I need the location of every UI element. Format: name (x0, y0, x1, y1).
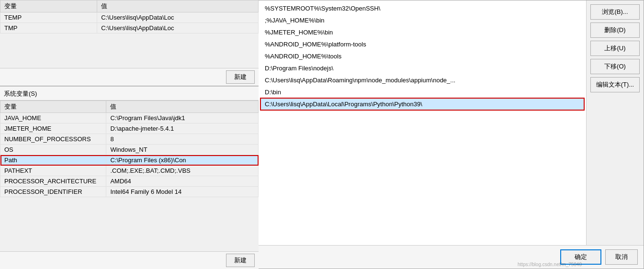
user-val-cell: C:\Users\lisq\AppData\Loc (97, 23, 259, 34)
path-list-item[interactable]: ;%JAVA_HOME%\bin (260, 14, 584, 26)
sys-val-cell: Windows_NT (106, 145, 259, 155)
sys-var-row[interactable]: PathC:\Program Files (x86)\Con (0, 155, 259, 166)
sys-val-cell: C:\Program Files (x86)\Con (106, 155, 259, 166)
path-list-item[interactable]: %ANDROID_HOME%\platform-tools (260, 38, 584, 50)
sys-var-row[interactable]: PROCESSOR_IDENTIFIERIntel64 Family 6 Mod… (0, 187, 259, 197)
sys-var-row[interactable]: PROCESSOR_ARCHITECTUREAMD64 (0, 176, 259, 187)
watermark: https://blog.csdn.net/m_75040 (518, 262, 582, 267)
sys-val-cell: C:\Program Files\Java\jdk1 (106, 113, 259, 123)
user-val-cell: C:\Users\lisq\AppData\Loc (97, 12, 259, 23)
sys-val-cell: .COM;.EXE;.BAT;.CMD;.VBS (106, 166, 259, 176)
sys-var-row[interactable]: JAVA_HOMEC:\Program Files\Java\jdk1 (0, 113, 259, 123)
path-list-item[interactable]: C:\Users\lisq\AppData\Local\Programs\Pyt… (260, 98, 584, 110)
edit-text-button[interactable]: 编辑文本(T)... (590, 77, 640, 92)
sys-var-cell: JMETER_HOME (0, 123, 106, 134)
sys-val-cell: Intel64 Family 6 Model 14 (106, 187, 259, 197)
sys-var-col-header: 变量 (0, 101, 106, 113)
path-list-item[interactable]: C:\Users\lisq\AppData\Roaming\npm\node_m… (260, 74, 584, 86)
sys-new-button[interactable]: 新建 (226, 254, 255, 267)
move-down-button[interactable]: 下移(O) (590, 59, 640, 74)
sys-var-row[interactable]: NUMBER_OF_PROCESSORS8 (0, 134, 259, 145)
sys-var-row[interactable]: JMETER_HOMED:\apache-jmeter-5.4.1 (0, 123, 259, 134)
cancel-button[interactable]: 取消 (605, 249, 638, 265)
sys-var-cell: PROCESSOR_ARCHITECTURE (0, 176, 106, 187)
user-val-col-header: 值 (97, 0, 259, 12)
user-var-col-header: 变量 (0, 0, 97, 12)
user-var-row[interactable]: TMPC:\Users\lisq\AppData\Loc (0, 23, 259, 34)
path-list-item[interactable]: D:\bin (260, 86, 584, 98)
sys-vars-label: 系统变量(S) (0, 86, 259, 101)
user-var-cell: TEMP (0, 12, 97, 23)
user-var-row[interactable]: TEMPC:\Users\lisq\AppData\Loc (0, 12, 259, 23)
sys-var-cell: OS (0, 145, 106, 155)
move-up-button[interactable]: 上移(U) (590, 41, 640, 56)
sys-val-cell: 8 (106, 134, 259, 145)
sys-val-cell: AMD64 (106, 176, 259, 187)
sys-var-cell: JAVA_HOME (0, 113, 106, 123)
path-list-item[interactable]: %ANDROID_HOME%\tools (260, 50, 584, 62)
user-var-cell: TMP (0, 23, 97, 34)
sys-var-row[interactable]: OSWindows_NT (0, 145, 259, 155)
delete-button[interactable]: 删除(D) (590, 22, 640, 38)
sys-var-cell: PATHEXT (0, 166, 106, 176)
sys-var-cell: Path (0, 155, 106, 166)
path-list-item[interactable]: %SYSTEMROOT%\System32\OpenSSH\ (260, 2, 584, 14)
sys-val-cell: D:\apache-jmeter-5.4.1 (106, 123, 259, 134)
user-new-button[interactable]: 新建 (226, 70, 255, 84)
path-list-item[interactable]: %JMETER_HOME%\bin (260, 26, 584, 38)
browse-button[interactable]: 浏览(B)... (590, 4, 640, 20)
sys-var-cell: NUMBER_OF_PROCESSORS (0, 134, 106, 145)
path-list-item[interactable]: D:\Program Files\nodejs\ (260, 62, 584, 74)
sys-val-col-header: 值 (106, 101, 259, 113)
sys-var-row[interactable]: PATHEXT.COM;.EXE;.BAT;.CMD;.VBS (0, 166, 259, 176)
sys-var-cell: PROCESSOR_IDENTIFIER (0, 187, 106, 197)
